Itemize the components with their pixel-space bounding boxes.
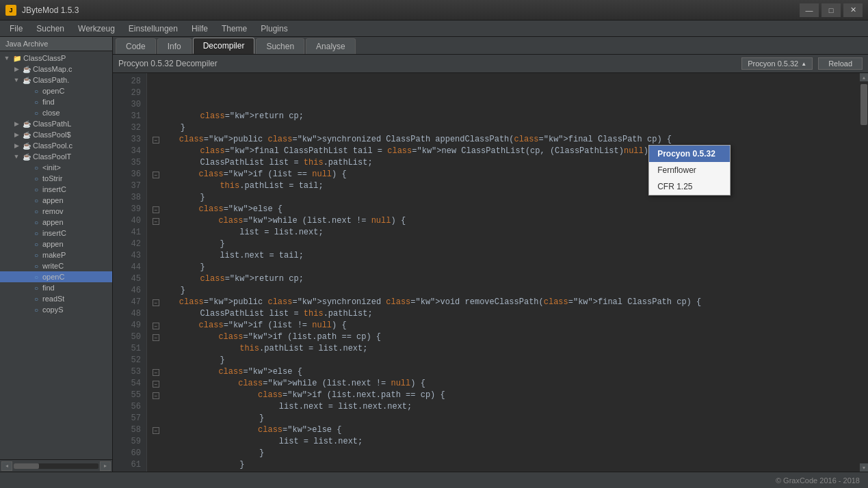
tab-info[interactable]: Info (157, 38, 192, 54)
menu-item-theme[interactable]: Theme (215, 23, 254, 35)
line-number: 54 (118, 378, 141, 390)
scroll-left-arrow[interactable]: ◂ (1, 461, 12, 471)
tree-node-15[interactable]: ○remov (0, 206, 112, 217)
line-number: 50 (118, 331, 141, 343)
fold-marker[interactable]: − (153, 299, 159, 306)
expand-icon[interactable]: ▶ (12, 120, 21, 128)
expand-icon[interactable]: ▼ (12, 76, 21, 84)
tree-area[interactable]: ▼📁ClassClassP▶☕ClassMap.c▼☕ClassPath.○op… (0, 51, 112, 459)
fold-marker[interactable]: − (153, 369, 159, 376)
tree-node-3[interactable]: ▼☕ClassPath. (0, 74, 112, 85)
tree-node-10[interactable]: ▼☕ClassPoolT (0, 151, 112, 162)
decompiler-dropdown[interactable]: Procyon 0.5.32 ▲ (741, 57, 813, 70)
method-icon: ○ (31, 195, 41, 205)
fold-marker[interactable]: − (153, 206, 159, 213)
tree-node-7[interactable]: ▶☕ClassPathL (0, 118, 112, 129)
line-number: 47 (118, 297, 141, 308)
tree-node-16[interactable]: ○appen (0, 217, 112, 228)
fold-marker[interactable]: − (153, 392, 159, 399)
code-text-span: this.pathList = list.next; (161, 343, 367, 355)
menu-item-file[interactable]: File (3, 23, 29, 35)
expand-icon[interactable]: ▶ (12, 141, 21, 150)
expand-icon[interactable]: ▶ (12, 131, 21, 139)
tree-node-23[interactable]: ○readSt (0, 293, 112, 304)
maximize-button[interactable]: □ (821, 3, 841, 17)
line-number: 39 (118, 204, 141, 215)
tree-node-13[interactable]: ○insertC (0, 184, 112, 195)
tree-node-1[interactable]: ▼📁ClassClassP (0, 53, 112, 64)
line-number: 32 (118, 122, 141, 134)
class-icon: ☕ (22, 64, 31, 74)
dropdown-arrow-icon: ▲ (801, 61, 806, 67)
tree-node-22[interactable]: ○find (0, 282, 112, 293)
code-text-span: class="kw">if (list != null) { (159, 320, 347, 331)
method-icon: ○ (31, 108, 41, 118)
dropdown-option-cfr1.25[interactable]: CFR 1.25 (649, 178, 730, 195)
node-label: writeC (42, 262, 64, 270)
scroll-right-arrow[interactable]: ▸ (100, 461, 111, 471)
tree-node-14[interactable]: ○appen (0, 195, 112, 206)
code-line: } (153, 122, 854, 134)
expand-icon (22, 87, 30, 95)
tree-node-19[interactable]: ○makeP (0, 249, 112, 260)
code-text-span: class="kw">if (list.path == cp) { (159, 331, 381, 343)
tree-node-20[interactable]: ○writeC (0, 260, 112, 271)
decompiler-dropdown-menu: Procyon 0.5.32FernflowerCFR 1.25 (648, 145, 731, 195)
tree-node-21[interactable]: ○openC (0, 271, 112, 282)
tree-node-4[interactable]: ○openC (0, 85, 112, 96)
menu-item-einstellungen[interactable]: Einstellungen (122, 23, 185, 35)
tree-node-11[interactable]: ○<init> (0, 162, 112, 173)
expand-icon[interactable]: ▼ (3, 54, 11, 62)
code-scroll[interactable]: 2829303132333435363738394041424344454647… (113, 73, 860, 472)
scroll-down-arrow[interactable]: ▾ (860, 463, 868, 472)
fold-marker[interactable]: − (153, 427, 159, 434)
tree-node-17[interactable]: ○insertC (0, 228, 112, 239)
tree-node-24[interactable]: ○copyS (0, 304, 112, 315)
fold-marker[interactable]: − (153, 381, 159, 388)
menu-item-hilfe[interactable]: Hilfe (185, 23, 215, 35)
line-number: 42 (118, 239, 141, 250)
fold-marker[interactable]: − (153, 218, 159, 225)
close-button[interactable]: ✕ (843, 3, 863, 17)
menu-item-plugins[interactable]: Plugins (254, 23, 294, 35)
node-label: copyS (42, 306, 64, 314)
tree-node-2[interactable]: ▶☕ClassMap.c (0, 64, 112, 74)
node-label: insertC (42, 185, 66, 193)
tree-node-9[interactable]: ▶☕ClassPool.c (0, 140, 112, 151)
tree-node-5[interactable]: ○find (0, 96, 112, 107)
code-line: } (153, 285, 854, 297)
code-text-span: class="kw">while (list.next != null) { (159, 378, 425, 390)
tree-node-12[interactable]: ○toStrir (0, 173, 112, 184)
code-line: class="kw">return cp; (153, 273, 854, 285)
dropdown-option-procyon0.5.32[interactable]: Procyon 0.5.32 (649, 146, 730, 162)
code-line: − class="kw">if (list == null) { (153, 169, 854, 180)
code-text-span: } (161, 448, 264, 459)
tree-node-18[interactable]: ○appen (0, 239, 112, 249)
expand-icon (22, 207, 30, 215)
menu-item-suchen[interactable]: Suchen (29, 23, 71, 35)
expand-icon[interactable]: ▶ (12, 65, 21, 73)
tree-node-8[interactable]: ▶☕ClassPool$ (0, 129, 112, 140)
expand-icon (22, 273, 30, 281)
tab-analyse[interactable]: Analyse (306, 38, 356, 54)
line-number: 59 (118, 436, 141, 448)
tree-node-6[interactable]: ○close (0, 107, 112, 118)
tab-decompiler[interactable]: Decompiler (193, 38, 255, 54)
menu-item-werkzeug[interactable]: Werkzeug (71, 23, 122, 35)
line-number: 37 (118, 180, 141, 192)
fold-marker[interactable]: − (153, 334, 159, 341)
fold-marker[interactable]: − (153, 172, 159, 178)
node-label: <init> (42, 163, 61, 172)
tab-code[interactable]: Code (116, 38, 156, 54)
code-line: } (153, 459, 854, 471)
dropdown-option-fernflower[interactable]: Fernflower (649, 162, 730, 178)
tab-suchen[interactable]: Suchen (256, 38, 304, 54)
minimize-button[interactable]: — (800, 3, 819, 17)
reload-button[interactable]: Reload (818, 57, 863, 70)
line-number: 55 (118, 390, 141, 401)
fold-marker[interactable]: − (153, 137, 159, 144)
expand-icon[interactable]: ▼ (12, 152, 21, 161)
scroll-up-arrow[interactable]: ▴ (860, 73, 868, 81)
code-line: − class="kw">else { (153, 366, 854, 378)
fold-marker[interactable]: − (153, 323, 159, 329)
